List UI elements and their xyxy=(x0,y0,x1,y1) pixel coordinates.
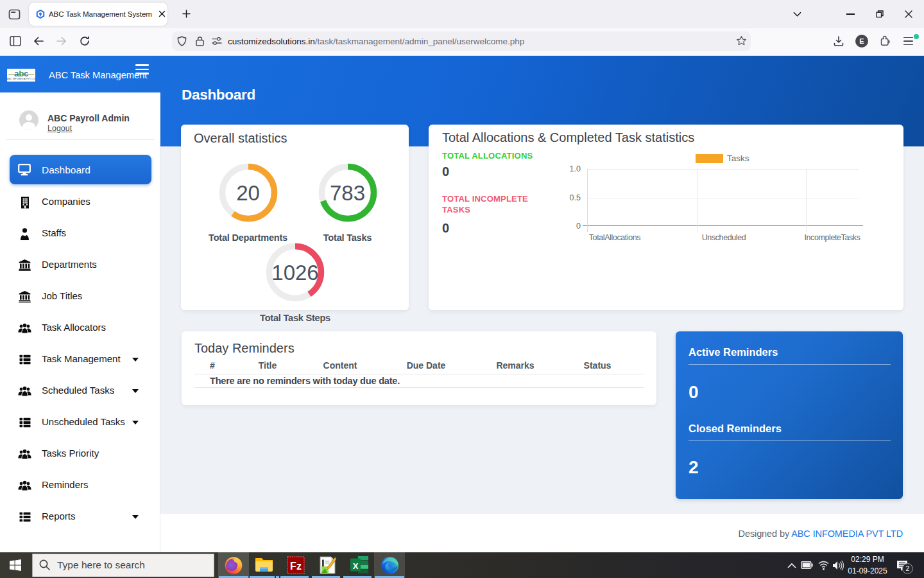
svg-text:Fz: Fz xyxy=(290,561,302,572)
svg-text:X: X xyxy=(353,561,359,571)
